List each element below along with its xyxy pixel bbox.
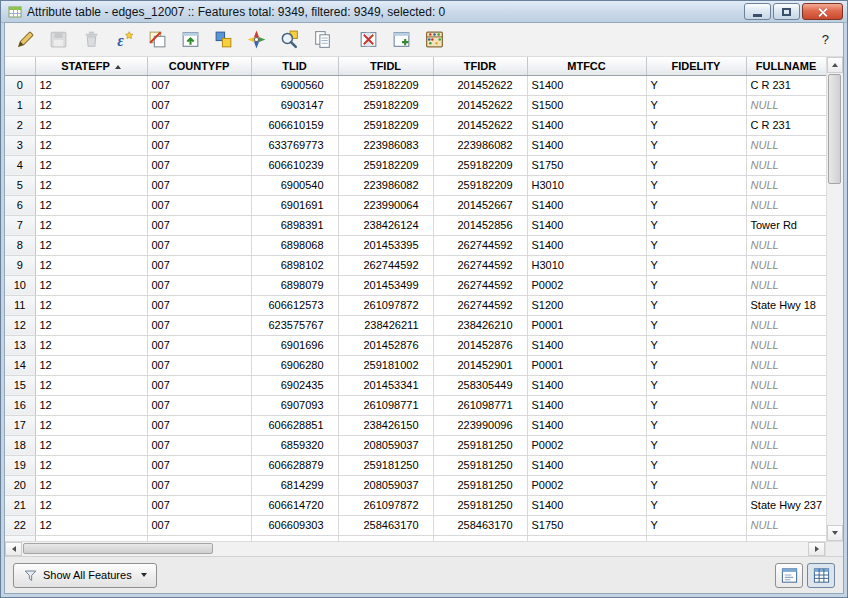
cell-tfidl[interactable]: 238426211: [338, 315, 433, 335]
cell-tfidl[interactable]: 262744592: [338, 255, 433, 275]
show-all-features-button[interactable]: Show All Features: [13, 563, 157, 588]
invert-selection-button[interactable]: [209, 26, 237, 54]
cell-fullname[interactable]: NULL: [746, 275, 826, 295]
column-header-tfidr[interactable]: TFIDR: [433, 57, 527, 75]
cell-countyfp[interactable]: 007: [147, 135, 251, 155]
cell-tlid[interactable]: 6900560: [251, 75, 338, 95]
cell-statefp[interactable]: 12: [35, 495, 147, 515]
cell-mtfcc[interactable]: S1750: [527, 155, 646, 175]
cell-tfidr[interactable]: 259181250: [433, 495, 527, 515]
cell-statefp[interactable]: 12: [35, 375, 147, 395]
cell-fidelity[interactable]: Y: [646, 175, 746, 195]
cell-countyfp[interactable]: 007: [147, 395, 251, 415]
pan-to-selected-button[interactable]: [242, 26, 270, 54]
cell-mtfcc[interactable]: S1400: [527, 335, 646, 355]
cell-fullname[interactable]: NULL: [746, 155, 826, 175]
titlebar[interactable]: Attribute table - edges_12007 :: Feature…: [1, 1, 847, 23]
row-number[interactable]: 6: [5, 195, 35, 215]
cell-countyfp[interactable]: 007: [147, 455, 251, 475]
row-number[interactable]: 7: [5, 215, 35, 235]
row-number[interactable]: 5: [5, 175, 35, 195]
cell-countyfp[interactable]: 007: [147, 215, 251, 235]
cell-tlid[interactable]: 6898102: [251, 255, 338, 275]
cell-fullname[interactable]: NULL: [746, 335, 826, 355]
row-number[interactable]: 17: [5, 415, 35, 435]
cell-tfidr[interactable]: 259182209: [433, 175, 527, 195]
cell-fidelity[interactable]: Y: [646, 155, 746, 175]
cell-tlid[interactable]: 6902435: [251, 375, 338, 395]
cell-tfidl[interactable]: 259181250: [338, 455, 433, 475]
cell-fidelity[interactable]: Y: [646, 515, 746, 535]
cell-mtfcc[interactable]: S1400: [527, 135, 646, 155]
cell-countyfp[interactable]: 007: [147, 175, 251, 195]
cell-tlid[interactable]: 6903147: [251, 95, 338, 115]
cell-tfidr[interactable]: 259181250: [433, 435, 527, 455]
cell-tfidl[interactable]: 238426150: [338, 415, 433, 435]
horizontal-scrollbar[interactable]: [5, 542, 825, 556]
row-number[interactable]: 15: [5, 375, 35, 395]
row-number[interactable]: 0: [5, 75, 35, 95]
cell-statefp[interactable]: 12: [35, 515, 147, 535]
help-button[interactable]: ?: [814, 32, 837, 47]
cell-mtfcc[interactable]: S1750: [527, 515, 646, 535]
cell-tlid[interactable]: 6900540: [251, 175, 338, 195]
cell-statefp[interactable]: 12: [35, 315, 147, 335]
cell-countyfp[interactable]: 007: [147, 515, 251, 535]
column-header-countyfp[interactable]: COUNTYFP: [147, 57, 251, 75]
cell-statefp[interactable]: 12: [35, 155, 147, 175]
vertical-scroll-track[interactable]: [827, 73, 843, 525]
cell-statefp[interactable]: 12: [35, 235, 147, 255]
cell-tfidl[interactable]: 261097872: [338, 495, 433, 515]
cell-fidelity[interactable]: Y: [646, 115, 746, 135]
cell-fullname[interactable]: NULL: [746, 415, 826, 435]
cell-tfidr[interactable]: 201452901: [433, 355, 527, 375]
cell-tfidl[interactable]: 238426124: [338, 215, 433, 235]
cell-tfidl[interactable]: 208059037: [338, 435, 433, 455]
cell-tlid[interactable]: 606628879: [251, 455, 338, 475]
row-number[interactable]: 8: [5, 235, 35, 255]
cell-fullname[interactable]: NULL: [746, 475, 826, 495]
attribute-grid[interactable]: STATEFPCOUNTYFPTLIDTFIDLTFIDRMTFCCFIDELI…: [5, 57, 826, 541]
cell-tfidr[interactable]: 201452622: [433, 95, 527, 115]
cell-tfidl[interactable]: 201453395: [338, 235, 433, 255]
cell-mtfcc[interactable]: H3010: [527, 175, 646, 195]
cell-fullname[interactable]: NULL: [746, 355, 826, 375]
cell-tfidl[interactable]: 223986083: [338, 135, 433, 155]
cell-mtfcc[interactable]: S1400: [527, 495, 646, 515]
cell-countyfp[interactable]: 007: [147, 75, 251, 95]
cell-tlid[interactable]: 623575767: [251, 315, 338, 335]
maximize-button[interactable]: [773, 3, 800, 20]
cell-statefp[interactable]: 12: [35, 335, 147, 355]
field-calculator-button[interactable]: [420, 26, 448, 54]
cell-fullname[interactable]: NULL: [746, 255, 826, 275]
cell-tlid[interactable]: 606610239: [251, 155, 338, 175]
row-number[interactable]: 19: [5, 455, 35, 475]
horizontal-scroll-thumb[interactable]: [23, 543, 213, 554]
cell-mtfcc[interactable]: P0001: [527, 355, 646, 375]
cell-statefp[interactable]: 12: [35, 275, 147, 295]
cell-fullname[interactable]: NULL: [746, 195, 826, 215]
cell-countyfp[interactable]: 007: [147, 195, 251, 215]
cell-statefp[interactable]: 12: [35, 435, 147, 455]
cell-tfidr[interactable]: 262744592: [433, 235, 527, 255]
cell-fidelity[interactable]: Y: [646, 215, 746, 235]
vertical-scrollbar[interactable]: [826, 57, 843, 541]
cell-fullname[interactable]: NULL: [746, 235, 826, 255]
cell-fidelity[interactable]: Y: [646, 375, 746, 395]
cell-mtfcc[interactable]: S1400: [527, 115, 646, 135]
cell-tfidl[interactable]: 223990064: [338, 195, 433, 215]
cell-tlid[interactable]: 606614720: [251, 495, 338, 515]
move-selection-to-top-button[interactable]: [176, 26, 204, 54]
cell-statefp[interactable]: 12: [35, 455, 147, 475]
cell-statefp[interactable]: 12: [35, 475, 147, 495]
cell-tlid[interactable]: 606628851: [251, 415, 338, 435]
table-view-button[interactable]: [807, 563, 835, 588]
cell-mtfcc[interactable]: S1200: [527, 295, 646, 315]
column-header-mtfcc[interactable]: MTFCC: [527, 57, 646, 75]
cell-tlid[interactable]: 606610159: [251, 115, 338, 135]
cell-fidelity[interactable]: Y: [646, 415, 746, 435]
cell-mtfcc[interactable]: S1400: [527, 415, 646, 435]
cell-fidelity[interactable]: Y: [646, 495, 746, 515]
cell-countyfp[interactable]: 007: [147, 315, 251, 335]
cell-tfidr[interactable]: 201452667: [433, 195, 527, 215]
